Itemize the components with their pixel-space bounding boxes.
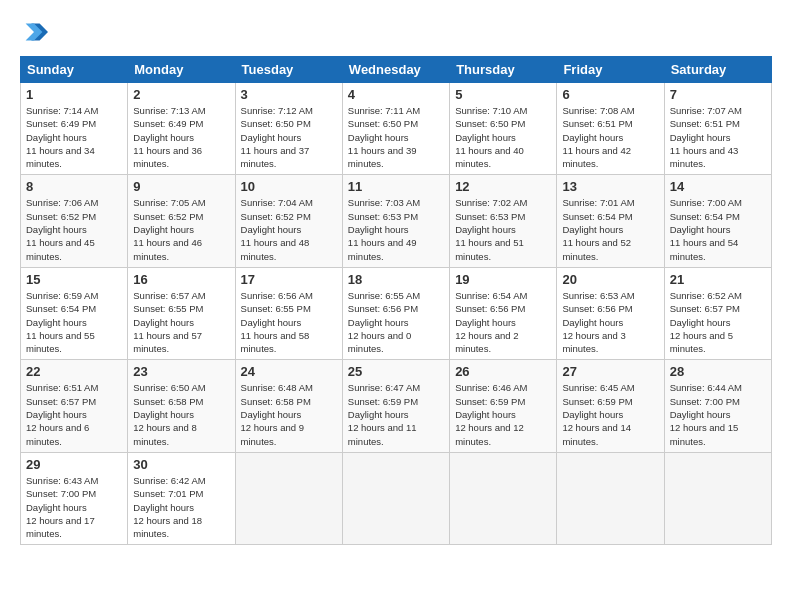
calendar-day-25: 25 Sunrise: 6:47 AM Sunset: 6:59 PM Dayl… bbox=[342, 360, 449, 452]
calendar-day-12: 12 Sunrise: 7:02 AM Sunset: 6:53 PM Dayl… bbox=[450, 175, 557, 267]
day-info: Sunrise: 7:07 AM Sunset: 6:51 PM Dayligh… bbox=[670, 104, 766, 170]
calendar-day-27: 27 Sunrise: 6:45 AM Sunset: 6:59 PM Dayl… bbox=[557, 360, 664, 452]
day-info: Sunrise: 6:48 AM Sunset: 6:58 PM Dayligh… bbox=[241, 381, 337, 447]
calendar-day-22: 22 Sunrise: 6:51 AM Sunset: 6:57 PM Dayl… bbox=[21, 360, 128, 452]
day-number: 25 bbox=[348, 364, 444, 379]
day-info: Sunrise: 7:05 AM Sunset: 6:52 PM Dayligh… bbox=[133, 196, 229, 262]
day-info: Sunrise: 6:57 AM Sunset: 6:55 PM Dayligh… bbox=[133, 289, 229, 355]
day-number: 3 bbox=[241, 87, 337, 102]
calendar-day-1: 1 Sunrise: 7:14 AM Sunset: 6:49 PM Dayli… bbox=[21, 83, 128, 175]
calendar-week-3: 22 Sunrise: 6:51 AM Sunset: 6:57 PM Dayl… bbox=[21, 360, 772, 452]
calendar-day-23: 23 Sunrise: 6:50 AM Sunset: 6:58 PM Dayl… bbox=[128, 360, 235, 452]
day-number: 26 bbox=[455, 364, 551, 379]
calendar-day-8: 8 Sunrise: 7:06 AM Sunset: 6:52 PM Dayli… bbox=[21, 175, 128, 267]
calendar-day-17: 17 Sunrise: 6:56 AM Sunset: 6:55 PM Dayl… bbox=[235, 267, 342, 359]
day-info: Sunrise: 6:51 AM Sunset: 6:57 PM Dayligh… bbox=[26, 381, 122, 447]
day-number: 9 bbox=[133, 179, 229, 194]
calendar-day-21: 21 Sunrise: 6:52 AM Sunset: 6:57 PM Dayl… bbox=[664, 267, 771, 359]
day-number: 28 bbox=[670, 364, 766, 379]
day-number: 21 bbox=[670, 272, 766, 287]
calendar-day-30: 30 Sunrise: 6:42 AM Sunset: 7:01 PM Dayl… bbox=[128, 452, 235, 544]
calendar-empty bbox=[557, 452, 664, 544]
calendar-day-26: 26 Sunrise: 6:46 AM Sunset: 6:59 PM Dayl… bbox=[450, 360, 557, 452]
day-info: Sunrise: 7:08 AM Sunset: 6:51 PM Dayligh… bbox=[562, 104, 658, 170]
day-info: Sunrise: 6:44 AM Sunset: 7:00 PM Dayligh… bbox=[670, 381, 766, 447]
day-info: Sunrise: 7:14 AM Sunset: 6:49 PM Dayligh… bbox=[26, 104, 122, 170]
calendar-empty bbox=[664, 452, 771, 544]
weekday-header-row: SundayMondayTuesdayWednesdayThursdayFrid… bbox=[21, 57, 772, 83]
day-number: 4 bbox=[348, 87, 444, 102]
calendar-table: SundayMondayTuesdayWednesdayThursdayFrid… bbox=[20, 56, 772, 545]
header bbox=[20, 18, 772, 46]
calendar-week-4: 29 Sunrise: 6:43 AM Sunset: 7:00 PM Dayl… bbox=[21, 452, 772, 544]
day-number: 11 bbox=[348, 179, 444, 194]
calendar-day-28: 28 Sunrise: 6:44 AM Sunset: 7:00 PM Dayl… bbox=[664, 360, 771, 452]
calendar-day-18: 18 Sunrise: 6:55 AM Sunset: 6:56 PM Dayl… bbox=[342, 267, 449, 359]
day-info: Sunrise: 6:47 AM Sunset: 6:59 PM Dayligh… bbox=[348, 381, 444, 447]
calendar-day-2: 2 Sunrise: 7:13 AM Sunset: 6:49 PM Dayli… bbox=[128, 83, 235, 175]
day-info: Sunrise: 7:12 AM Sunset: 6:50 PM Dayligh… bbox=[241, 104, 337, 170]
calendar-day-24: 24 Sunrise: 6:48 AM Sunset: 6:58 PM Dayl… bbox=[235, 360, 342, 452]
calendar-day-15: 15 Sunrise: 6:59 AM Sunset: 6:54 PM Dayl… bbox=[21, 267, 128, 359]
calendar-day-13: 13 Sunrise: 7:01 AM Sunset: 6:54 PM Dayl… bbox=[557, 175, 664, 267]
weekday-friday: Friday bbox=[557, 57, 664, 83]
day-number: 16 bbox=[133, 272, 229, 287]
day-number: 23 bbox=[133, 364, 229, 379]
day-info: Sunrise: 7:10 AM Sunset: 6:50 PM Dayligh… bbox=[455, 104, 551, 170]
calendar-day-6: 6 Sunrise: 7:08 AM Sunset: 6:51 PM Dayli… bbox=[557, 83, 664, 175]
day-number: 10 bbox=[241, 179, 337, 194]
calendar-day-11: 11 Sunrise: 7:03 AM Sunset: 6:53 PM Dayl… bbox=[342, 175, 449, 267]
day-number: 17 bbox=[241, 272, 337, 287]
calendar-day-29: 29 Sunrise: 6:43 AM Sunset: 7:00 PM Dayl… bbox=[21, 452, 128, 544]
day-info: Sunrise: 7:00 AM Sunset: 6:54 PM Dayligh… bbox=[670, 196, 766, 262]
day-info: Sunrise: 6:52 AM Sunset: 6:57 PM Dayligh… bbox=[670, 289, 766, 355]
day-number: 2 bbox=[133, 87, 229, 102]
day-number: 15 bbox=[26, 272, 122, 287]
day-number: 24 bbox=[241, 364, 337, 379]
calendar-day-9: 9 Sunrise: 7:05 AM Sunset: 6:52 PM Dayli… bbox=[128, 175, 235, 267]
day-info: Sunrise: 6:54 AM Sunset: 6:56 PM Dayligh… bbox=[455, 289, 551, 355]
day-info: Sunrise: 7:01 AM Sunset: 6:54 PM Dayligh… bbox=[562, 196, 658, 262]
day-info: Sunrise: 6:55 AM Sunset: 6:56 PM Dayligh… bbox=[348, 289, 444, 355]
calendar-empty bbox=[450, 452, 557, 544]
weekday-thursday: Thursday bbox=[450, 57, 557, 83]
weekday-tuesday: Tuesday bbox=[235, 57, 342, 83]
weekday-wednesday: Wednesday bbox=[342, 57, 449, 83]
calendar-empty bbox=[342, 452, 449, 544]
calendar-empty bbox=[235, 452, 342, 544]
page: SundayMondayTuesdayWednesdayThursdayFrid… bbox=[0, 0, 792, 612]
day-info: Sunrise: 6:56 AM Sunset: 6:55 PM Dayligh… bbox=[241, 289, 337, 355]
day-info: Sunrise: 6:50 AM Sunset: 6:58 PM Dayligh… bbox=[133, 381, 229, 447]
day-number: 29 bbox=[26, 457, 122, 472]
day-info: Sunrise: 7:03 AM Sunset: 6:53 PM Dayligh… bbox=[348, 196, 444, 262]
day-info: Sunrise: 6:59 AM Sunset: 6:54 PM Dayligh… bbox=[26, 289, 122, 355]
day-number: 18 bbox=[348, 272, 444, 287]
day-number: 13 bbox=[562, 179, 658, 194]
day-info: Sunrise: 6:45 AM Sunset: 6:59 PM Dayligh… bbox=[562, 381, 658, 447]
day-number: 7 bbox=[670, 87, 766, 102]
day-number: 14 bbox=[670, 179, 766, 194]
day-number: 19 bbox=[455, 272, 551, 287]
calendar-week-2: 15 Sunrise: 6:59 AM Sunset: 6:54 PM Dayl… bbox=[21, 267, 772, 359]
day-number: 22 bbox=[26, 364, 122, 379]
calendar-day-19: 19 Sunrise: 6:54 AM Sunset: 6:56 PM Dayl… bbox=[450, 267, 557, 359]
day-number: 30 bbox=[133, 457, 229, 472]
logo bbox=[20, 18, 50, 46]
calendar-day-16: 16 Sunrise: 6:57 AM Sunset: 6:55 PM Dayl… bbox=[128, 267, 235, 359]
weekday-saturday: Saturday bbox=[664, 57, 771, 83]
calendar-day-14: 14 Sunrise: 7:00 AM Sunset: 6:54 PM Dayl… bbox=[664, 175, 771, 267]
day-info: Sunrise: 6:42 AM Sunset: 7:01 PM Dayligh… bbox=[133, 474, 229, 540]
weekday-monday: Monday bbox=[128, 57, 235, 83]
day-number: 27 bbox=[562, 364, 658, 379]
day-info: Sunrise: 7:04 AM Sunset: 6:52 PM Dayligh… bbox=[241, 196, 337, 262]
calendar-week-1: 8 Sunrise: 7:06 AM Sunset: 6:52 PM Dayli… bbox=[21, 175, 772, 267]
day-number: 6 bbox=[562, 87, 658, 102]
day-number: 8 bbox=[26, 179, 122, 194]
day-number: 5 bbox=[455, 87, 551, 102]
day-info: Sunrise: 7:11 AM Sunset: 6:50 PM Dayligh… bbox=[348, 104, 444, 170]
calendar-body: 1 Sunrise: 7:14 AM Sunset: 6:49 PM Dayli… bbox=[21, 83, 772, 545]
day-number: 12 bbox=[455, 179, 551, 194]
day-number: 1 bbox=[26, 87, 122, 102]
calendar-day-3: 3 Sunrise: 7:12 AM Sunset: 6:50 PM Dayli… bbox=[235, 83, 342, 175]
day-info: Sunrise: 6:53 AM Sunset: 6:56 PM Dayligh… bbox=[562, 289, 658, 355]
